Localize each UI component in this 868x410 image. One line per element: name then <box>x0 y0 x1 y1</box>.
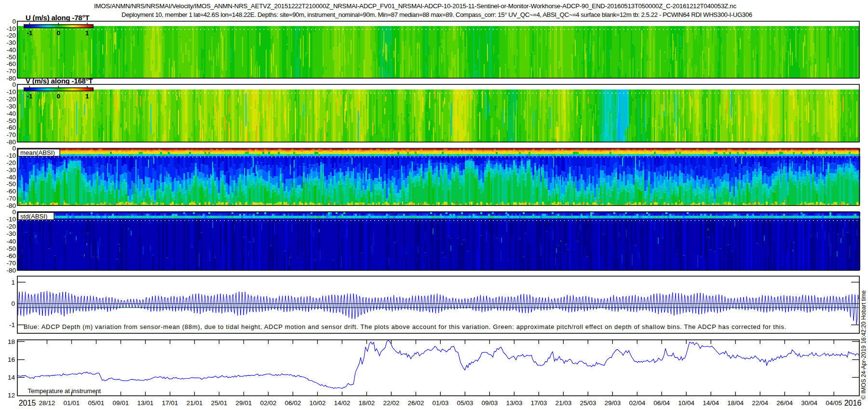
svg-text:-10: -10 <box>6 88 16 96</box>
svg-text:-70: -70 <box>6 68 16 75</box>
svg-text:V (m/s) along -168°T: V (m/s) along -168°T <box>26 77 93 85</box>
svg-text:-80: -80 <box>6 267 16 274</box>
svg-text:18/02: 18/02 <box>359 399 375 407</box>
svg-text:02/02: 02/02 <box>260 399 277 407</box>
svg-text:1: 1 <box>85 29 89 37</box>
svg-text:Deployment 10, member 1 lat=42: Deployment 10, member 1 lat=42.6S lon=14… <box>122 11 752 18</box>
svg-text:-10: -10 <box>6 25 16 32</box>
svg-text:IMOS/ANMN/NRS/NRSMAI/Velocity/: IMOS/ANMN/NRS/NRSMAI/Velocity/IMOS_ANMN-… <box>94 2 736 10</box>
svg-text:Blue: ADCP Depth (m) variation: Blue: ADCP Depth (m) variation from sens… <box>24 323 786 330</box>
svg-text:-10: -10 <box>6 216 16 223</box>
svg-text:-60: -60 <box>6 124 16 131</box>
svg-text:© IMOS 24-Apr-2019 16:42:20 Ho: © IMOS 24-Apr-2019 16:42:20 Hobart time <box>860 290 867 399</box>
svg-text:Temperature at instrument: Temperature at instrument <box>28 387 101 395</box>
svg-text:18: 18 <box>8 338 15 345</box>
svg-text:05/03: 05/03 <box>457 399 473 407</box>
svg-text:21/01: 21/01 <box>187 399 203 407</box>
svg-text:-50: -50 <box>6 180 16 188</box>
svg-text:26/04: 26/04 <box>776 399 793 407</box>
svg-text:10/02: 10/02 <box>310 399 326 407</box>
svg-text:25/01: 25/01 <box>211 399 228 407</box>
svg-text:-30: -30 <box>6 166 16 174</box>
svg-text:-60: -60 <box>6 188 16 195</box>
svg-text:-20: -20 <box>6 96 16 103</box>
svg-text:12: 12 <box>8 392 15 399</box>
svg-text:-20: -20 <box>6 159 16 166</box>
svg-text:17/01: 17/01 <box>162 399 178 407</box>
svg-text:-1: -1 <box>27 93 32 100</box>
svg-text:-50: -50 <box>6 117 16 124</box>
svg-text:14: 14 <box>8 374 15 381</box>
svg-text:-1: -1 <box>9 321 15 328</box>
svg-text:0: 0 <box>12 81 16 88</box>
svg-text:1: 1 <box>85 93 89 100</box>
svg-text:0: 0 <box>57 93 61 100</box>
svg-text:std(ABSI): std(ABSI) <box>20 213 47 220</box>
svg-text:-30: -30 <box>6 230 16 237</box>
svg-text:1: 1 <box>11 279 15 286</box>
svg-text:-20: -20 <box>6 32 16 39</box>
svg-text:-70: -70 <box>6 260 16 267</box>
svg-text:0: 0 <box>12 145 16 152</box>
svg-text:-40: -40 <box>6 238 16 245</box>
svg-text:16: 16 <box>8 356 15 363</box>
svg-text:-50: -50 <box>6 245 16 252</box>
svg-text:-70: -70 <box>6 195 16 202</box>
svg-text:29/03: 29/03 <box>604 399 621 407</box>
svg-text:-10: -10 <box>6 152 16 159</box>
svg-text:-20: -20 <box>6 223 16 230</box>
svg-text:0: 0 <box>57 29 61 37</box>
svg-text:14/04: 14/04 <box>703 399 719 407</box>
svg-text:10/04: 10/04 <box>678 399 694 407</box>
svg-text:02/04: 02/04 <box>629 399 645 407</box>
svg-text:06/02: 06/02 <box>285 399 301 407</box>
svg-text:0: 0 <box>12 18 16 25</box>
svg-text:06/04: 06/04 <box>653 399 670 407</box>
svg-text:-40: -40 <box>6 174 16 181</box>
svg-text:22/02: 22/02 <box>383 399 400 407</box>
svg-text:-30: -30 <box>6 103 16 110</box>
svg-text:-40: -40 <box>6 46 16 54</box>
svg-text:09/03: 09/03 <box>481 399 498 407</box>
svg-text:28/12: 28/12 <box>39 399 55 407</box>
svg-text:17/03: 17/03 <box>530 399 547 407</box>
svg-text:-50: -50 <box>6 54 16 61</box>
svg-text:14/02: 14/02 <box>334 399 351 407</box>
svg-text:13/01: 13/01 <box>137 399 154 407</box>
svg-text:18/04: 18/04 <box>727 399 744 407</box>
svg-text:2016: 2016 <box>844 399 862 407</box>
svg-text:13/03: 13/03 <box>506 399 522 407</box>
svg-text:09/01: 09/01 <box>113 399 129 407</box>
svg-text:-60: -60 <box>6 60 16 68</box>
svg-text:01/01: 01/01 <box>64 399 80 407</box>
svg-text:30/04: 30/04 <box>801 399 817 407</box>
svg-text:05/01: 05/01 <box>88 399 105 407</box>
svg-text:25/03: 25/03 <box>580 399 596 407</box>
svg-text:2015: 2015 <box>19 399 36 407</box>
svg-text:U (m/s) along -78°T: U (m/s) along -78°T <box>26 14 89 22</box>
svg-text:01/03: 01/03 <box>432 399 448 407</box>
svg-text:0: 0 <box>11 300 15 307</box>
svg-text:mean(ABSI): mean(ABSI) <box>20 149 55 156</box>
svg-text:-1: -1 <box>27 29 32 37</box>
svg-text:04/05: 04/05 <box>826 399 842 407</box>
svg-text:29/01: 29/01 <box>236 399 252 407</box>
svg-text:22/04: 22/04 <box>752 399 768 407</box>
svg-text:-30: -30 <box>6 39 16 46</box>
svg-text:-70: -70 <box>6 131 16 138</box>
svg-text:26/02: 26/02 <box>408 399 424 407</box>
svg-text:-60: -60 <box>6 252 16 260</box>
svg-text:-40: -40 <box>6 110 16 117</box>
svg-text:0: 0 <box>12 208 16 216</box>
svg-text:21/03: 21/03 <box>555 399 571 407</box>
